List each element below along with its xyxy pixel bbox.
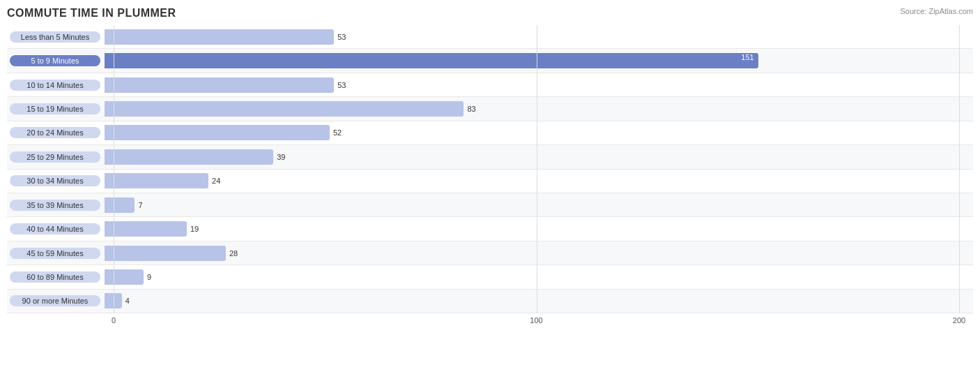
- bar-value: 53: [337, 33, 346, 41]
- bar-fill-container: 24: [105, 173, 970, 188]
- bar-fill: [105, 198, 135, 213]
- bar-fill-container: 9: [105, 269, 970, 285]
- bar-value: 52: [333, 128, 342, 137]
- bar-label-pill: 25 to 29 Minutes: [10, 151, 100, 163]
- chart-container: COMMUTE TIME IN PLUMMER Source: ZipAtlas…: [0, 0, 980, 365]
- bar-row: 5 to 9 Minutes151: [7, 49, 973, 73]
- bar-fill-container: 53: [105, 77, 970, 93]
- bar-label-pill: Less than 5 Minutes: [10, 31, 100, 43]
- bar-fill: [105, 269, 144, 285]
- x-axis-tick: 0: [112, 316, 116, 325]
- bar-row: 35 to 39 Minutes7: [7, 193, 973, 217]
- bar-value: 9: [147, 273, 151, 281]
- bar-row: 60 to 89 Minutes9: [7, 265, 973, 289]
- bar-fill-container: 28: [105, 246, 970, 261]
- bars-section: Less than 5 Minutes535 to 9 Minutes15110…: [7, 25, 973, 313]
- bar-fill: [105, 221, 187, 237]
- bar-fill: [105, 101, 464, 117]
- bar-label-pill: 30 to 34 Minutes: [10, 175, 100, 186]
- x-axis-tick: 100: [530, 316, 542, 325]
- bar-fill-container: 52: [105, 125, 970, 140]
- chart-area: Less than 5 Minutes535 to 9 Minutes15110…: [7, 25, 973, 334]
- bar-fill-container: 19: [105, 221, 970, 237]
- bar-value: 83: [467, 105, 475, 113]
- bar-fill-container: 151: [105, 53, 970, 68]
- bar-row: Less than 5 Minutes53: [7, 25, 973, 49]
- x-axis: 0100200: [7, 313, 973, 334]
- bar-row: 15 to 19 Minutes83: [7, 97, 973, 121]
- chart-title: COMMUTE TIME IN PLUMMER: [7, 7, 973, 20]
- bar-fill: [105, 246, 226, 261]
- bar-fill: [105, 125, 330, 140]
- bar-row: 25 to 29 Minutes39: [7, 145, 973, 169]
- bar-value: 19: [190, 225, 199, 233]
- bar-value: 151: [741, 53, 753, 61]
- bar-fill-container: 7: [105, 198, 970, 213]
- bar-value: 7: [138, 201, 142, 209]
- bar-fill: [105, 77, 334, 93]
- source-label: Source: ZipAtlas.com: [900, 7, 973, 15]
- grid-line: [537, 25, 537, 313]
- bar-row: 40 to 44 Minutes19: [7, 217, 973, 241]
- bar-fill-container: 83: [105, 101, 970, 117]
- bar-row: 45 to 59 Minutes28: [7, 241, 973, 265]
- bar-fill-container: 39: [105, 149, 970, 165]
- bar-label-pill: 5 to 9 Minutes: [10, 55, 100, 66]
- bar-row: 10 to 14 Minutes53: [7, 73, 973, 97]
- bar-label-pill: 20 to 24 Minutes: [10, 127, 100, 138]
- bar-value: 4: [125, 297, 130, 305]
- bar-row: 30 to 34 Minutes24: [7, 170, 973, 193]
- bar-fill: [105, 149, 273, 165]
- bar-fill: 151: [105, 53, 758, 68]
- bar-row: 90 or more Minutes4: [7, 290, 973, 313]
- bar-label-pill: 45 to 59 Minutes: [10, 248, 100, 259]
- bar-fill-container: 4: [105, 293, 970, 308]
- bar-fill: [105, 173, 208, 188]
- bar-label-pill: 35 to 39 Minutes: [10, 200, 100, 211]
- grid-line: [114, 25, 114, 313]
- bar-label-pill: 15 to 19 Minutes: [10, 103, 100, 114]
- bar-value: 28: [229, 249, 238, 258]
- bar-row: 20 to 24 Minutes52: [7, 121, 973, 145]
- bar-value: 53: [337, 81, 346, 89]
- bar-label-pill: 60 to 89 Minutes: [10, 271, 100, 283]
- bar-value: 39: [277, 153, 285, 161]
- x-axis-tick: 200: [953, 316, 965, 325]
- bar-fill: [105, 29, 334, 45]
- bar-label-pill: 40 to 44 Minutes: [10, 223, 100, 234]
- bar-fill-container: 53: [105, 29, 970, 45]
- bar-label-pill: 90 or more Minutes: [10, 295, 100, 306]
- bar-value: 24: [212, 177, 220, 185]
- grid-line: [959, 25, 960, 313]
- bar-label-pill: 10 to 14 Minutes: [10, 80, 100, 91]
